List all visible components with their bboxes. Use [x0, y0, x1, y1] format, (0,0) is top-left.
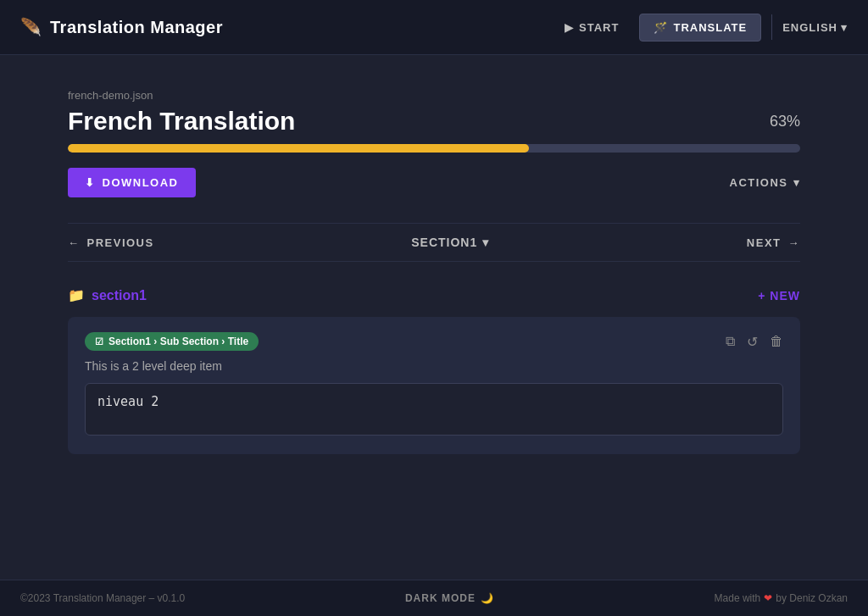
header-right: ▶ START 🪄 TRANSLATE ENGLISH ▾ [554, 14, 848, 42]
previous-label: PREVIOUS [87, 236, 154, 249]
card-actions: ⧉ ↺ 🗑 [726, 334, 783, 350]
section-label-group: 📁 section1 [68, 287, 147, 303]
copy-button[interactable]: ⧉ [726, 334, 735, 349]
arrow-left-icon: ← [68, 236, 81, 249]
card-top: ☑ Section1 › Sub Section › Title ⧉ ↺ 🗑 [85, 332, 783, 351]
section-name: section1 [92, 288, 147, 303]
file-name: french-demo.json [68, 89, 800, 102]
previous-button[interactable]: ← PREVIOUS [68, 236, 154, 249]
section-chevron-icon: ▾ [482, 236, 489, 249]
original-text: This is a 2 level deep item [85, 359, 783, 373]
progress-percent: 63% [770, 113, 800, 130]
download-icon: ⬇ [85, 176, 96, 189]
new-label: + NEW [758, 289, 800, 302]
check-icon: ☑ [95, 336, 103, 347]
delete-icon: 🗑 [770, 334, 783, 348]
by-label: by Deniz Ozkan [776, 592, 848, 604]
breadcrumb-text: Section1 › Sub Section › Title [108, 336, 248, 347]
start-label: START [579, 21, 619, 34]
reset-button[interactable]: ↺ [747, 334, 758, 350]
new-button[interactable]: + NEW [758, 289, 800, 302]
navigation-row: ← PREVIOUS SECTION1 ▾ NEXT → [68, 223, 800, 262]
main-content: french-demo.json French Translation 63% … [0, 55, 868, 580]
heart-icon: ❤ [764, 592, 772, 604]
actions-button[interactable]: ACTIONS ▾ [730, 176, 801, 189]
folder-icon: 📁 [68, 287, 85, 303]
reset-icon: ↺ [747, 335, 758, 349]
actions-label: ACTIONS [730, 176, 788, 189]
translation-input[interactable] [85, 383, 783, 436]
section-selector[interactable]: SECTION1 ▾ [411, 236, 489, 249]
moon-icon: 🌙 [481, 592, 494, 604]
translation-title: French Translation [68, 107, 295, 136]
footer: ©2023 Translation Manager – v0.1.0 DARK … [0, 580, 868, 616]
translation-card: ☑ Section1 › Sub Section › Title ⧉ ↺ 🗑 T… [68, 317, 800, 454]
header-divider [771, 14, 772, 40]
dark-mode-label: DARK MODE [405, 592, 476, 604]
play-icon: ▶ [565, 21, 574, 34]
delete-button[interactable]: 🗑 [770, 334, 783, 349]
next-button[interactable]: NEXT → [747, 236, 800, 249]
dark-mode-toggle[interactable]: DARK MODE 🌙 [405, 592, 494, 604]
copyright-text: ©2023 Translation Manager – v0.1.0 [20, 592, 185, 604]
download-label: DOWNLOAD [103, 176, 179, 189]
section-header: 📁 section1 + NEW [68, 287, 800, 303]
copy-icon: ⧉ [726, 334, 735, 348]
next-label: NEXT [747, 236, 782, 249]
made-with: Made with ❤ by Deniz Ozkan [715, 592, 848, 604]
translate-button[interactable]: 🪄 TRANSLATE [639, 14, 761, 42]
actions-row: ⬇ DOWNLOAD ACTIONS ▾ [68, 168, 800, 197]
made-with-label: Made with [715, 592, 761, 604]
translation-header: French Translation 63% [68, 107, 800, 136]
download-button[interactable]: ⬇ DOWNLOAD [68, 168, 196, 197]
header-left: 🪶 Translation Manager [20, 17, 223, 37]
language-selector[interactable]: ENGLISH ▾ [782, 21, 848, 34]
progress-bar [68, 144, 800, 153]
arrow-right-icon: → [788, 236, 801, 249]
section-label: SECTION1 [411, 236, 477, 249]
logo-icon: 🪶 [20, 17, 42, 37]
key-breadcrumb: ☑ Section1 › Sub Section › Title [85, 332, 259, 351]
translate-icon: 🪄 [654, 21, 668, 34]
progress-bar-fill [68, 144, 529, 153]
actions-chevron-icon: ▾ [793, 176, 801, 189]
start-button[interactable]: ▶ START [554, 14, 629, 41]
language-label: ENGLISH [782, 21, 837, 34]
header: 🪶 Translation Manager ▶ START 🪄 TRANSLAT… [0, 0, 868, 55]
translate-label: TRANSLATE [673, 21, 747, 34]
app-title: Translation Manager [50, 18, 223, 37]
chevron-down-icon: ▾ [841, 21, 848, 34]
